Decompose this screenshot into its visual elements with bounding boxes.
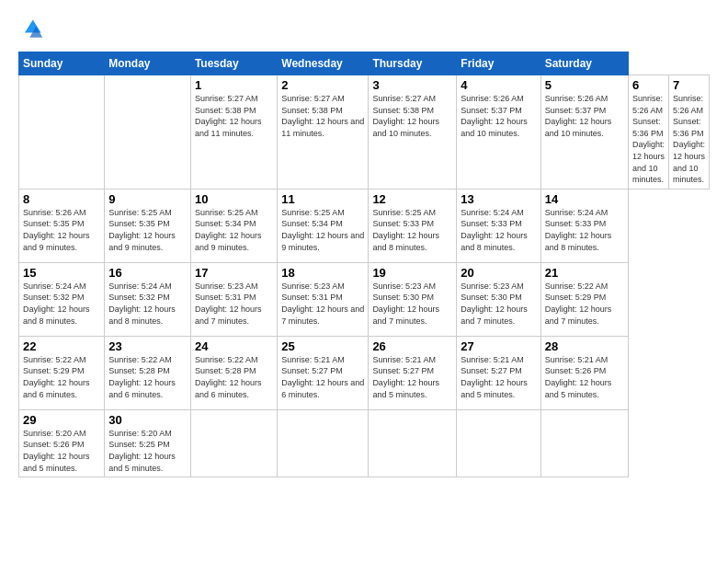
weekday-header-monday: Monday — [105, 52, 191, 75]
day-info: Sunrise: 5:27 AMSunset: 5:38 PMDaylight:… — [195, 93, 273, 139]
header — [18, 17, 710, 42]
day-number: 30 — [108, 413, 187, 427]
day-number: 23 — [108, 339, 187, 353]
weekday-header-wednesday: Wednesday — [278, 52, 369, 75]
day-cell-25: 25Sunrise: 5:21 AMSunset: 5:27 PMDayligh… — [278, 336, 369, 409]
day-number: 25 — [281, 339, 364, 353]
day-info: Sunrise: 5:21 AMSunset: 5:27 PMDaylight:… — [372, 354, 452, 400]
weekday-header-row: SundayMondayTuesdayWednesdayThursdayFrid… — [19, 52, 710, 75]
logo — [18, 17, 48, 42]
day-cell-6: 6Sunrise: 5:26 AMSunset: 5:36 PMDaylight… — [628, 75, 668, 190]
day-cell-29: 29Sunrise: 5:20 AMSunset: 5:26 PMDayligh… — [19, 409, 105, 477]
day-number: 5 — [545, 78, 624, 92]
day-cell-24: 24Sunrise: 5:22 AMSunset: 5:28 PMDayligh… — [190, 336, 277, 409]
day-cell-22: 22Sunrise: 5:22 AMSunset: 5:29 PMDayligh… — [19, 336, 105, 409]
day-info: Sunrise: 5:26 AMSunset: 5:36 PMDaylight:… — [673, 93, 705, 186]
day-cell-28: 28Sunrise: 5:21 AMSunset: 5:26 PMDayligh… — [540, 336, 628, 409]
day-number: 1 — [195, 78, 273, 92]
day-info: Sunrise: 5:25 AMSunset: 5:33 PMDaylight:… — [372, 207, 452, 253]
day-info: Sunrise: 5:25 AMSunset: 5:34 PMDaylight:… — [281, 207, 364, 253]
day-number: 21 — [545, 266, 624, 280]
empty-cell — [190, 409, 277, 477]
week-row-4: 22Sunrise: 5:22 AMSunset: 5:29 PMDayligh… — [19, 336, 710, 409]
day-cell-20: 20Sunrise: 5:23 AMSunset: 5:30 PMDayligh… — [457, 262, 540, 336]
day-cell-9: 9Sunrise: 5:25 AMSunset: 5:35 PMDaylight… — [105, 189, 191, 262]
day-info: Sunrise: 5:24 AMSunset: 5:32 PMDaylight:… — [108, 281, 187, 327]
day-number: 9 — [108, 192, 187, 206]
day-number: 6 — [632, 78, 665, 92]
day-cell-13: 13Sunrise: 5:24 AMSunset: 5:33 PMDayligh… — [457, 189, 540, 262]
day-number: 27 — [461, 339, 536, 353]
day-cell-1: 1Sunrise: 5:27 AMSunset: 5:38 PMDaylight… — [190, 75, 277, 190]
day-info: Sunrise: 5:26 AMSunset: 5:36 PMDaylight:… — [632, 93, 665, 186]
weekday-header-sunday: Sunday — [19, 52, 105, 75]
day-cell-18: 18Sunrise: 5:23 AMSunset: 5:31 PMDayligh… — [278, 262, 369, 336]
day-number: 11 — [281, 192, 364, 206]
day-info: Sunrise: 5:21 AMSunset: 5:27 PMDaylight:… — [461, 354, 536, 400]
day-cell-23: 23Sunrise: 5:22 AMSunset: 5:28 PMDayligh… — [105, 336, 191, 409]
day-number: 13 — [461, 192, 536, 206]
day-number: 10 — [195, 192, 273, 206]
day-info: Sunrise: 5:22 AMSunset: 5:28 PMDaylight:… — [108, 354, 187, 400]
day-cell-27: 27Sunrise: 5:21 AMSunset: 5:27 PMDayligh… — [457, 336, 540, 409]
day-cell-14: 14Sunrise: 5:24 AMSunset: 5:33 PMDayligh… — [540, 189, 628, 262]
logo-icon — [18, 17, 44, 42]
day-cell-26: 26Sunrise: 5:21 AMSunset: 5:27 PMDayligh… — [369, 336, 457, 409]
day-info: Sunrise: 5:26 AMSunset: 5:37 PMDaylight:… — [461, 93, 536, 139]
day-cell-12: 12Sunrise: 5:25 AMSunset: 5:33 PMDayligh… — [369, 189, 457, 262]
day-number: 26 — [372, 339, 452, 353]
day-number: 3 — [372, 78, 452, 92]
day-number: 17 — [195, 266, 273, 280]
day-cell-30: 30Sunrise: 5:20 AMSunset: 5:25 PMDayligh… — [105, 409, 191, 477]
day-number: 22 — [23, 339, 100, 353]
day-cell-21: 21Sunrise: 5:22 AMSunset: 5:29 PMDayligh… — [540, 262, 628, 336]
week-row-3: 15Sunrise: 5:24 AMSunset: 5:32 PMDayligh… — [19, 262, 710, 336]
day-info: Sunrise: 5:26 AMSunset: 5:37 PMDaylight:… — [545, 93, 624, 139]
week-row-5: 29Sunrise: 5:20 AMSunset: 5:26 PMDayligh… — [19, 409, 710, 477]
day-cell-15: 15Sunrise: 5:24 AMSunset: 5:32 PMDayligh… — [19, 262, 105, 336]
weekday-header-tuesday: Tuesday — [190, 52, 277, 75]
day-cell-5: 5Sunrise: 5:26 AMSunset: 5:37 PMDaylight… — [540, 75, 628, 190]
day-info: Sunrise: 5:22 AMSunset: 5:29 PMDaylight:… — [23, 354, 100, 400]
day-info: Sunrise: 5:23 AMSunset: 5:30 PMDaylight:… — [461, 281, 536, 327]
day-info: Sunrise: 5:23 AMSunset: 5:30 PMDaylight:… — [372, 281, 452, 327]
day-info: Sunrise: 5:20 AMSunset: 5:25 PMDaylight:… — [108, 428, 187, 474]
day-info: Sunrise: 5:23 AMSunset: 5:31 PMDaylight:… — [281, 281, 364, 327]
day-number: 28 — [545, 339, 624, 353]
day-cell-17: 17Sunrise: 5:23 AMSunset: 5:31 PMDayligh… — [190, 262, 277, 336]
day-number: 2 — [281, 78, 364, 92]
day-cell-4: 4Sunrise: 5:26 AMSunset: 5:37 PMDaylight… — [457, 75, 540, 190]
empty-cell — [105, 75, 191, 190]
day-number: 8 — [23, 192, 100, 206]
day-number: 29 — [23, 413, 100, 427]
day-number: 24 — [195, 339, 273, 353]
day-info: Sunrise: 5:25 AMSunset: 5:34 PMDaylight:… — [195, 207, 273, 253]
day-info: Sunrise: 5:23 AMSunset: 5:31 PMDaylight:… — [195, 281, 273, 327]
day-cell-2: 2Sunrise: 5:27 AMSunset: 5:38 PMDaylight… — [278, 75, 369, 190]
day-number: 4 — [461, 78, 536, 92]
day-number: 19 — [372, 266, 452, 280]
day-number: 7 — [673, 78, 705, 92]
page: SundayMondayTuesdayWednesdayThursdayFrid… — [0, 0, 728, 563]
day-cell-10: 10Sunrise: 5:25 AMSunset: 5:34 PMDayligh… — [190, 189, 277, 262]
day-info: Sunrise: 5:27 AMSunset: 5:38 PMDaylight:… — [281, 93, 364, 139]
day-info: Sunrise: 5:20 AMSunset: 5:26 PMDaylight:… — [23, 428, 100, 474]
empty-cell — [457, 409, 540, 477]
day-cell-8: 8Sunrise: 5:26 AMSunset: 5:35 PMDaylight… — [19, 189, 105, 262]
day-number: 18 — [281, 266, 364, 280]
empty-cell — [369, 409, 457, 477]
day-number: 20 — [461, 266, 536, 280]
empty-cell — [19, 75, 105, 190]
day-info: Sunrise: 5:21 AMSunset: 5:27 PMDaylight:… — [281, 354, 364, 400]
day-info: Sunrise: 5:22 AMSunset: 5:29 PMDaylight:… — [545, 281, 624, 327]
weekday-header-thursday: Thursday — [369, 52, 457, 75]
empty-cell — [540, 409, 628, 477]
weekday-header-friday: Friday — [457, 52, 540, 75]
day-info: Sunrise: 5:26 AMSunset: 5:35 PMDaylight:… — [23, 207, 100, 253]
day-cell-7: 7Sunrise: 5:26 AMSunset: 5:36 PMDaylight… — [668, 75, 709, 190]
day-info: Sunrise: 5:27 AMSunset: 5:38 PMDaylight:… — [372, 93, 452, 139]
week-row-2: 8Sunrise: 5:26 AMSunset: 5:35 PMDaylight… — [19, 189, 710, 262]
day-number: 15 — [23, 266, 100, 280]
day-cell-3: 3Sunrise: 5:27 AMSunset: 5:38 PMDaylight… — [369, 75, 457, 190]
week-row-1: 1Sunrise: 5:27 AMSunset: 5:38 PMDaylight… — [19, 75, 710, 190]
